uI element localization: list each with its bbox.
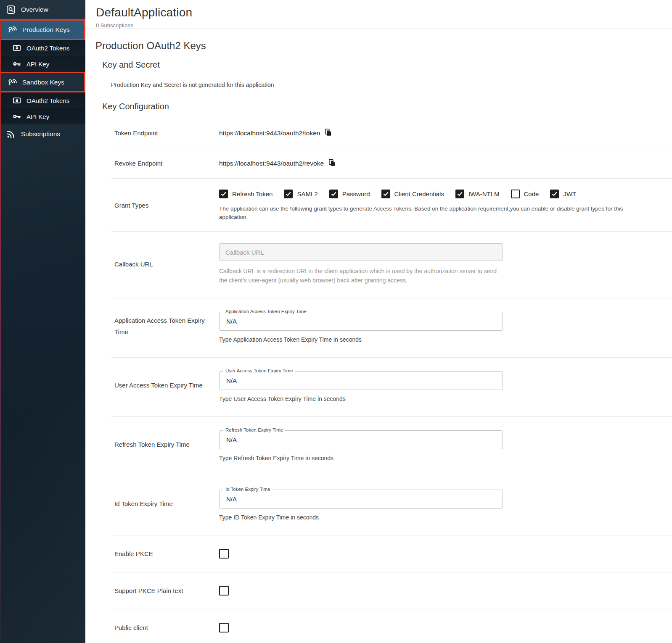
- subscriptions-icon: [6, 129, 16, 139]
- keys-signal-icon: [8, 78, 17, 87]
- field-legend: User Access Token Expiry Time: [223, 368, 295, 373]
- token-card-icon: [13, 96, 21, 105]
- overview-icon: [6, 5, 16, 14]
- enable-pkce-row: Enable PKCE: [111, 535, 672, 572]
- grant-checkbox-jwt[interactable]: [550, 190, 559, 198]
- refresh-token-expiry-time-helper: Type Refresh Token Expiry Time in second…: [219, 455, 672, 461]
- row-label: Token Endpoint: [114, 127, 219, 139]
- row-label: Enable PKCE: [114, 548, 219, 559]
- token-endpoint-row: Token Endpointhttps://localhost:9443/oau…: [111, 118, 672, 148]
- sidebar-item-label: API Key: [26, 113, 49, 120]
- copy-icon: [329, 159, 336, 168]
- grant-checkbox-refresh-token[interactable]: [219, 190, 228, 198]
- grant-type-label: Password: [342, 190, 370, 198]
- page-title: DefaultApplication: [96, 6, 672, 19]
- id-token-expiry-time-row: Id Token Expiry TimeId Token Expiry Time…: [111, 476, 672, 535]
- application-access-token-expiry-time-row: Application Access Token Expiry TimeAppl…: [111, 298, 672, 358]
- main-panel: DefaultApplication 0 Subscriptions Produ…: [85, 0, 672, 643]
- grant-types-row: Grant TypesRefresh TokenSAML2PasswordCli…: [111, 179, 672, 232]
- grant-type-label: Refresh Token: [232, 190, 273, 198]
- sidebar-item-api-key[interactable]: API Key: [0, 56, 85, 72]
- grant-type-label: SAML2: [297, 190, 317, 198]
- refresh-token-expiry-time-row: Refresh Token Expiry TimeRefresh Token E…: [111, 417, 672, 476]
- sidebar-item-label: Sandbox Keys: [22, 79, 64, 86]
- grant-type-label: IWA-NTLM: [468, 190, 500, 198]
- api-key-icon: [13, 112, 21, 121]
- keys-content: Production OAuth2 Keys Key and Secret Pr…: [85, 29, 672, 643]
- grant-type-refresh-token[interactable]: Refresh Token: [219, 190, 273, 198]
- id-token-expiry-time-helper: Type ID Token Expiry Time in seconds: [219, 514, 672, 521]
- key-secret-message: Production Key and Secret is not generat…: [111, 82, 672, 88]
- id-token-expiry-time-field: Id Token Expiry Time: [219, 490, 503, 509]
- grant-checkbox-code[interactable]: [511, 190, 520, 198]
- sidebar-item-label: OAuth2 Tokens: [26, 97, 69, 104]
- refresh-token-expiry-time-input[interactable]: [225, 436, 497, 444]
- sidebar-item-sandbox-keys[interactable]: Sandbox Keys: [0, 72, 85, 92]
- enable-pkce-checkbox[interactable]: [219, 549, 229, 559]
- field-legend: Id Token Expiry Time: [223, 487, 273, 492]
- grant-type-saml2[interactable]: SAML2: [284, 190, 317, 198]
- key-configuration-form: Token Endpointhttps://localhost:9443/oau…: [111, 118, 672, 643]
- application-access-token-expiry-time-helper: Type Application Access Token Expiry Tim…: [219, 336, 672, 343]
- row-label: Callback URL: [114, 258, 219, 270]
- sidebar-item-api-key-2[interactable]: API Key: [0, 108, 85, 124]
- sidebar-item-subscriptions[interactable]: Subscriptions: [0, 124, 85, 144]
- user-access-token-expiry-time-input[interactable]: [225, 377, 497, 385]
- public-client-checkbox[interactable]: [219, 623, 229, 632]
- token-endpoint-value: https://localhost:9443/oauth2/token: [219, 129, 320, 137]
- grant-checkbox-saml2[interactable]: [284, 190, 293, 198]
- sidebar-item-label: Subscriptions: [21, 130, 60, 138]
- api-key-icon: [13, 60, 21, 68]
- field-legend: Application Access Token Expiry Time: [223, 309, 309, 314]
- grant-type-password[interactable]: Password: [329, 190, 370, 198]
- keys-signal-icon: [8, 25, 17, 34]
- user-access-token-expiry-time-row: User Access Token Expiry TimeUser Access…: [111, 358, 672, 417]
- row-label: Public client: [114, 622, 219, 633]
- page-header: DefaultApplication 0 Subscriptions: [85, 0, 672, 29]
- sidebar-nav: OverviewProduction KeysOAuth2 TokensAPI …: [0, 0, 85, 144]
- subscription-count: 0 Subscriptions: [96, 22, 672, 29]
- grant-type-label: Code: [524, 190, 539, 198]
- grant-checkbox-password[interactable]: [329, 190, 338, 198]
- grant-type-code[interactable]: Code: [511, 190, 539, 198]
- grant-type-label: Client Credentials: [394, 190, 444, 198]
- sidebar-item-label: OAuth2 Tokens: [26, 45, 69, 52]
- grant-checkbox-iwa-ntlm[interactable]: [455, 190, 464, 198]
- grant-type-iwa-ntlm[interactable]: IWA-NTLM: [455, 190, 500, 198]
- callback-url-input[interactable]: [219, 243, 503, 261]
- copy-icon: [325, 129, 332, 137]
- field-legend: Refresh Token Expiry Time: [223, 427, 285, 432]
- row-label: Application Access Token Expiry Time: [114, 315, 219, 337]
- sidebar-item-oauth2-tokens-2[interactable]: OAuth2 Tokens: [0, 92, 85, 108]
- sidebar-item-label: API Key: [26, 61, 49, 68]
- support-pkce-plain-text-checkbox[interactable]: [219, 586, 229, 596]
- sidebar-item-production-keys[interactable]: Production Keys: [0, 19, 85, 40]
- sidebar-item-overview[interactable]: Overview: [0, 0, 85, 19]
- public-client-row: Public client: [111, 609, 672, 643]
- application-access-token-expiry-time-input[interactable]: [225, 317, 497, 325]
- refresh-token-expiry-time-field: Refresh Token Expiry Time: [219, 430, 503, 449]
- app-root: OverviewProduction KeysOAuth2 TokensAPI …: [0, 0, 672, 643]
- row-label: User Access Token Expiry Time: [114, 379, 219, 391]
- revoke-endpoint-value: https://localhost:9443/oauth2/revoke: [219, 160, 324, 167]
- grant-type-label: JWT: [563, 190, 576, 198]
- sidebar-item-label: Production Keys: [22, 26, 70, 34]
- row-label: Support PKCE Plain text: [114, 585, 219, 596]
- grant-types-helper: The application can use the following gr…: [219, 205, 648, 221]
- copy-button[interactable]: [329, 159, 336, 168]
- grant-type-client-credentials[interactable]: Client Credentials: [381, 190, 444, 198]
- id-token-expiry-time-input[interactable]: [225, 495, 497, 503]
- callback-url-helper: Callback URL is a redirection URI in the…: [219, 267, 499, 285]
- key-and-secret-title: Key and Secret: [102, 60, 672, 70]
- application-access-token-expiry-time-field: Application Access Token Expiry Time: [219, 312, 503, 331]
- row-label: Grant Types: [114, 200, 219, 211]
- key-configuration-title: Key Configuration: [102, 102, 672, 111]
- callback-url-row: Callback URLCallback URL is a redirectio…: [111, 232, 672, 298]
- row-label: Revoke Endpoint: [114, 158, 219, 169]
- support-pkce-plain-text-row: Support PKCE Plain text: [111, 572, 672, 609]
- revoke-endpoint-row: Revoke Endpointhttps://localhost:9443/oa…: [111, 148, 672, 179]
- copy-button[interactable]: [325, 129, 332, 137]
- grant-type-jwt[interactable]: JWT: [550, 190, 576, 198]
- grant-checkbox-client-credentials[interactable]: [381, 190, 390, 198]
- sidebar-item-oauth2-tokens[interactable]: OAuth2 Tokens: [0, 40, 85, 56]
